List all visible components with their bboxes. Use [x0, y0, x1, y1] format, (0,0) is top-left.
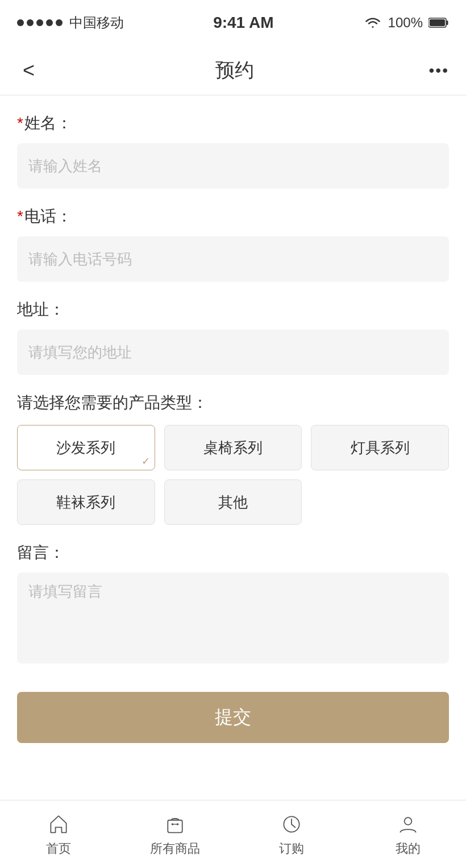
- bottom-nav: 首页 所有商品 订购: [0, 800, 466, 868]
- battery-icon: [428, 18, 449, 28]
- nav-item-home[interactable]: 首页: [0, 812, 116, 857]
- nav-item-products[interactable]: 所有商品: [116, 812, 233, 857]
- svg-rect-2: [430, 19, 445, 26]
- product-btn-shoes[interactable]: 鞋袜系列: [17, 479, 155, 525]
- nav-home-label: 首页: [46, 840, 71, 857]
- phone-label: * 电话：: [17, 206, 449, 227]
- product-btn-empty: [311, 479, 449, 525]
- phone-required: *: [17, 207, 23, 226]
- status-right: 100%: [363, 15, 449, 31]
- message-input[interactable]: [17, 573, 449, 663]
- time-label: 9:41 AM: [213, 14, 273, 32]
- product-type-label: 请选择您需要的产品类型：: [17, 392, 449, 414]
- message-section: 留言：: [17, 542, 449, 666]
- product-btn-sofa[interactable]: 沙发系列: [17, 425, 155, 470]
- product-type-section: 请选择您需要的产品类型： 沙发系列 桌椅系列 灯具系列 鞋袜系列 其他: [17, 392, 449, 525]
- product-btn-lamp[interactable]: 灯具系列: [311, 425, 449, 470]
- home-icon: [46, 812, 71, 837]
- product-btn-table[interactable]: 桌椅系列: [164, 425, 302, 470]
- orders-icon: [279, 812, 304, 837]
- name-required: *: [17, 114, 23, 132]
- signal-dots: [17, 19, 63, 26]
- nav-mine-label: 我的: [396, 840, 421, 857]
- carrier-label: 中国移动: [69, 14, 124, 32]
- wifi-icon: [363, 16, 382, 30]
- phone-input[interactable]: [17, 236, 449, 282]
- nav-item-orders[interactable]: 订购: [233, 812, 349, 857]
- address-input[interactable]: [17, 329, 449, 375]
- message-label: 留言：: [17, 542, 449, 564]
- name-input[interactable]: [17, 143, 449, 189]
- svg-point-8: [404, 817, 411, 825]
- svg-rect-3: [168, 820, 182, 832]
- status-left: 中国移动: [17, 14, 124, 32]
- products-icon: [163, 812, 188, 837]
- status-bar: 中国移动 9:41 AM 100%: [0, 0, 466, 45]
- address-label: 地址：: [17, 299, 449, 320]
- product-btn-other[interactable]: 其他: [164, 479, 302, 525]
- nav-products-label: 所有商品: [150, 840, 200, 857]
- main-content: * 姓名： * 电话： 地址： 请选择您需要的产品类型： 沙发: [0, 95, 466, 800]
- product-type-grid-row2: 鞋袜系列 其他: [17, 479, 449, 525]
- battery-percent: 100%: [388, 15, 423, 31]
- phone-wrapper: 中国移动 9:41 AM 100% < 预约: [0, 0, 466, 868]
- phone-section: * 电话：: [17, 206, 449, 282]
- submit-button[interactable]: 提交: [17, 692, 449, 743]
- product-type-grid-row1: 沙发系列 桌椅系列 灯具系列: [17, 425, 449, 470]
- address-section: 地址：: [17, 299, 449, 375]
- mine-icon: [396, 812, 421, 837]
- nav-item-mine[interactable]: 我的: [349, 812, 466, 857]
- back-button[interactable]: <: [17, 53, 40, 88]
- name-label: * 姓名：: [17, 112, 449, 134]
- svg-rect-1: [447, 20, 448, 25]
- name-section: * 姓名：: [17, 112, 449, 189]
- nav-orders-label: 订购: [279, 840, 304, 857]
- nav-bar: < 预约 •••: [0, 45, 466, 95]
- more-button[interactable]: •••: [429, 61, 449, 80]
- submit-section: 提交: [17, 683, 449, 754]
- page-title: 预约: [215, 57, 254, 84]
